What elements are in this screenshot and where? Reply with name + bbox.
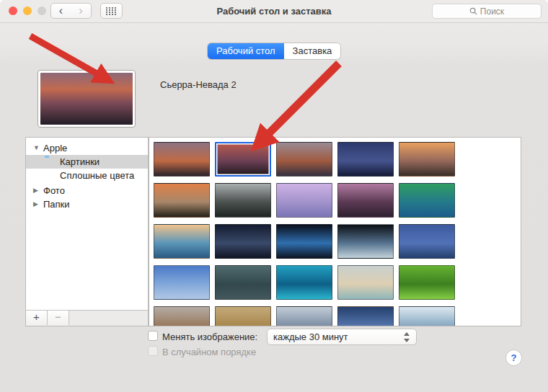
wallpaper-thumb-galaxy[interactable] [215,224,271,259]
sidebar-footer: + − [26,310,148,326]
add-folder-button[interactable]: + [26,311,48,325]
wallpaper-thumb-yosemite-mono[interactable] [215,183,271,218]
wallpaper-thumb-el-capitan[interactable] [154,183,210,218]
wallpaper-thumb-storm-clouds[interactable] [215,265,271,300]
source-sidebar: ▼ Apple Картинки Сплошные цвета ▶ Фото ▶… [25,137,149,326]
search-field[interactable]: Поиск [432,4,542,19]
wallpaper-thumb-yosemite-sunset[interactable] [276,142,332,177]
wallpaper-grid [149,137,521,326]
current-wallpaper-frame [37,70,136,128]
wallpaper-thumb-misty-ridges[interactable] [276,306,332,326]
wallpaper-thumb-ice-floe[interactable] [399,306,455,326]
interval-select[interactable]: каждые 30 минут [267,329,417,345]
wallpaper-thumb-earth-surface[interactable] [337,224,394,259]
current-wallpaper-preview [40,73,133,125]
interval-value: каждые 30 минут [273,331,348,342]
wallpaper-thumb-autumn-fog[interactable] [154,306,210,326]
search-icon [469,7,477,15]
disclosure-closed-icon[interactable]: ▶ [33,184,38,197]
wallpaper-thumb-night-mountain[interactable] [337,142,394,177]
remove-folder-button[interactable]: − [48,311,69,325]
disclosure-open-icon[interactable]: ▼ [33,141,40,155]
tab-bar: Рабочий стол Заставка [208,43,340,59]
current-wallpaper-name: Сьерра-Невада 2 [160,79,237,90]
sidebar-group-folders[interactable]: ▶ Папки [26,197,148,211]
random-order-label: В случайном порядке [162,347,256,357]
wallpaper-thumb-earth-horizon[interactable] [276,224,332,259]
wallpaper-thumb-sierra-2[interactable] [215,142,271,177]
sidebar-item-solid-colors[interactable]: Сплошные цвета [26,169,148,182]
sidebar-footer-track [69,311,148,326]
disclosure-closed-icon[interactable]: ▶ [33,197,38,211]
wallpaper-thumb-milky-way[interactable] [399,224,455,259]
change-picture-label: Менять изображение: [162,331,257,342]
color-wheel-icon [45,171,56,180]
wallpaper-thumb-half-dome-purple[interactable] [276,183,332,218]
sidebar-group-photos[interactable]: ▶ Фото [26,184,148,197]
wallpaper-thumb-twilight-lake[interactable] [337,183,394,218]
tab-desktop[interactable]: Рабочий стол [208,43,284,59]
sidebar-item-pictures[interactable]: Картинки [26,155,148,169]
desktop-screensaver-window: ‹ › Рабочий стол и заставка Поиск Рабочи… [0,0,548,392]
tab-screensaver[interactable]: Заставка [284,43,341,59]
wallpaper-thumb-beach-aerial[interactable] [337,265,394,300]
wallpaper-thumb-sunset-wave[interactable] [154,224,210,259]
wallpaper-thumb-green-fields[interactable] [399,265,455,300]
help-button[interactable]: ? [505,349,522,366]
wallpaper-thumb-moon-sky[interactable] [154,265,210,300]
arrow-to-selected-thumb [257,63,339,145]
wallpaper-thumb-sierra-dark[interactable] [154,142,210,177]
stepper-chevrons-icon [404,331,411,343]
search-placeholder: Поиск [480,6,504,17]
change-picture-checkbox[interactable] [148,331,158,341]
titlebar: ‹ › Рабочий стол и заставка Поиск [0,0,548,23]
wallpaper-thumb-turquoise-water[interactable] [276,265,332,300]
wallpaper-thumb-dusk-clouds[interactable] [337,306,394,326]
folder-icon [45,157,56,166]
random-order-checkbox[interactable] [148,346,158,356]
wallpaper-thumb-golden-mist[interactable] [215,306,271,326]
sidebar-group-apple[interactable]: ▼ Apple [26,141,148,155]
wallpaper-thumb-green-wave[interactable] [399,183,455,218]
wallpaper-thumb-half-dome-glow[interactable] [399,142,455,177]
